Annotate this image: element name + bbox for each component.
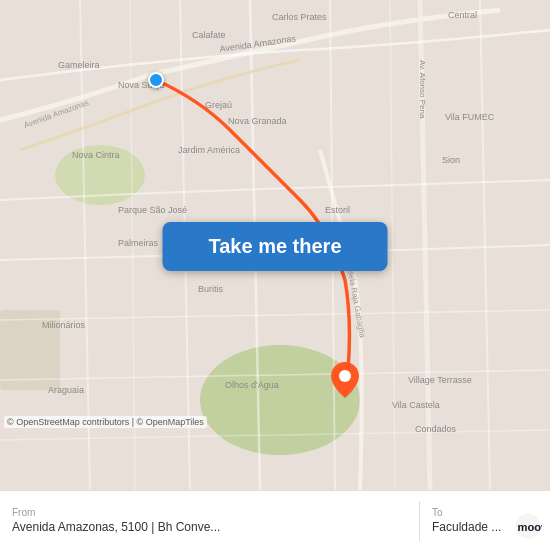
svg-text:Carlos Prates: Carlos Prates xyxy=(272,12,327,22)
destination-marker xyxy=(331,362,359,402)
svg-text:Araguaia: Araguaia xyxy=(48,385,84,395)
footer-bar: From Avenida Amazonas, 5100 | Bh Conve..… xyxy=(0,490,550,550)
svg-text:Parque São José: Parque São José xyxy=(118,205,187,215)
svg-text:Olhos d'Água: Olhos d'Água xyxy=(225,380,279,390)
take-me-there-button[interactable]: Take me there xyxy=(163,222,388,271)
svg-text:Calafate: Calafate xyxy=(192,30,226,40)
svg-text:Condados: Condados xyxy=(415,424,457,434)
svg-text:Central: Central xyxy=(448,10,477,20)
svg-text:Nova Cintra: Nova Cintra xyxy=(72,150,120,160)
svg-text:Jardim América: Jardim América xyxy=(178,145,240,155)
from-label: From xyxy=(12,507,407,518)
moovit-logo: moovit xyxy=(514,512,542,540)
map-attribution: © OpenStreetMap contributors | © OpenMap… xyxy=(4,416,207,428)
svg-text:Buritis: Buritis xyxy=(198,284,224,294)
moovit-icon: moovit xyxy=(514,512,542,540)
svg-text:Gameleira: Gameleira xyxy=(58,60,100,70)
map-container: Carlos Prates Calafate Central Gameleira… xyxy=(0,0,550,490)
from-value: Avenida Amazonas, 5100 | Bh Conve... xyxy=(12,520,407,534)
svg-text:Vila Castela: Vila Castela xyxy=(392,400,440,410)
svg-text:moovit: moovit xyxy=(518,521,543,533)
svg-text:Milionários: Milionários xyxy=(42,320,86,330)
svg-text:Village Terrasse: Village Terrasse xyxy=(408,375,472,385)
footer-from-section: From Avenida Amazonas, 5100 | Bh Conve..… xyxy=(0,491,419,550)
svg-text:Nova Granada: Nova Granada xyxy=(228,116,287,126)
svg-text:Palmeiras: Palmeiras xyxy=(118,238,159,248)
svg-text:Estoril: Estoril xyxy=(325,205,350,215)
svg-text:Sion: Sion xyxy=(442,155,460,165)
svg-text:Av. Afonso Pena: Av. Afonso Pena xyxy=(418,60,427,119)
origin-marker xyxy=(148,72,164,88)
svg-text:Grejaú: Grejaú xyxy=(205,100,232,110)
svg-point-29 xyxy=(339,370,351,382)
svg-text:Vila FUMEC: Vila FUMEC xyxy=(445,112,495,122)
